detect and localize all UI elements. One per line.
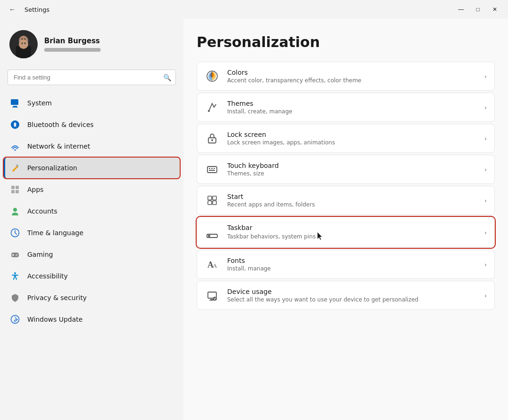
title-bar: ← Settings — □ ✕ (0, 0, 508, 19)
app-title: Settings (24, 6, 49, 13)
back-icon: ← (9, 6, 16, 13)
start-icon (205, 193, 220, 208)
sidebar-item-label: Time & language (27, 229, 83, 237)
sidebar-item-label: Windows Update (27, 316, 83, 323)
touchkeyboard-chevron: › (484, 166, 487, 173)
sidebar-item-label: Privacy & security (27, 294, 87, 301)
search-input[interactable] (8, 70, 176, 85)
themes-icon (205, 100, 220, 115)
themes-text: Themes Install, create, manage (227, 100, 477, 115)
sidebar-item-bluetooth[interactable]: Bluetooth & devices (4, 114, 180, 135)
title-bar-left: ← Settings (6, 3, 49, 16)
svg-rect-39 (208, 196, 212, 200)
sidebar-item-label: Personalization (27, 164, 77, 172)
accounts-icon (9, 206, 21, 217)
fonts-desc: Install, manage (227, 265, 477, 272)
svg-rect-36 (211, 168, 213, 169)
svg-rect-11 (13, 106, 17, 107)
svg-rect-35 (209, 168, 210, 169)
content-area: Personalization Colors Accent color, tra… (183, 19, 508, 420)
taskbar-chevron: › (484, 229, 487, 236)
user-section: Brian Burgess (0, 26, 183, 68)
touchkeyboard-desc: Themes, size (227, 170, 477, 177)
sidebar: Brian Burgess 🔍 System (0, 19, 183, 420)
colors-desc: Accent color, transparency effects, colo… (227, 77, 477, 84)
search-box: 🔍 (8, 70, 176, 85)
svg-point-14 (14, 149, 16, 151)
sidebar-item-label: Apps (27, 186, 44, 193)
svg-point-33 (211, 139, 213, 141)
nav-items: System Bluetooth & devices (0, 93, 183, 330)
colors-text: Colors Accent color, transparency effect… (227, 69, 477, 84)
minimize-button[interactable]: — (453, 3, 468, 16)
main-layout: Brian Burgess 🔍 System (0, 19, 508, 420)
user-name: Brian Burgess (44, 37, 101, 45)
svg-rect-37 (214, 168, 215, 169)
sidebar-item-update[interactable]: Windows Update (4, 309, 180, 330)
taskbar-text: Taskbar Taskbar behaviors, system pins (227, 224, 477, 241)
settings-item-fonts[interactable]: A A Fonts Install, manage › (197, 250, 495, 279)
sidebar-item-personalization[interactable]: Personalization (4, 158, 180, 178)
settings-item-taskbar[interactable]: Taskbar Taskbar behaviors, system pins › (197, 217, 495, 248)
page-title: Personalization (197, 34, 495, 50)
start-chevron: › (484, 197, 487, 204)
svg-point-9 (24, 42, 26, 44)
close-button[interactable]: ✕ (487, 3, 502, 16)
sidebar-item-privacy[interactable]: Privacy & security (4, 287, 180, 308)
taskbar-desc: Taskbar behaviors, system pins (227, 232, 477, 241)
deviceusage-desc: Select all the ways you want to use your… (227, 296, 477, 303)
settings-item-colors[interactable]: Colors Accent color, transparency effect… (197, 62, 495, 91)
settings-item-lockscreen[interactable]: Lock screen Lock screen images, apps, an… (197, 124, 495, 153)
svg-point-25 (17, 254, 18, 255)
maximize-button[interactable]: □ (470, 3, 485, 16)
update-icon (9, 314, 21, 325)
time-icon (9, 227, 21, 238)
taskbar-title: Taskbar (227, 224, 477, 231)
sidebar-item-label: Gaming (27, 251, 53, 258)
svg-rect-16 (11, 186, 15, 189)
sidebar-item-network[interactable]: Network & internet (4, 136, 180, 157)
svg-point-8 (22, 42, 23, 44)
settings-item-touchkeyboard[interactable]: Touch keyboard Themes, size › (197, 155, 495, 184)
deviceusage-icon (205, 288, 220, 303)
colors-title: Colors (227, 69, 477, 76)
touchkeyboard-title: Touch keyboard (227, 162, 477, 169)
svg-rect-40 (213, 196, 216, 200)
fonts-chevron: › (484, 261, 487, 268)
accessibility-icon (9, 270, 21, 282)
start-text: Start Recent apps and items, folders (227, 193, 477, 208)
back-button[interactable]: ← (6, 3, 19, 16)
deviceusage-text: Device usage Select all the ways you wan… (227, 288, 477, 303)
sidebar-item-system[interactable]: System (4, 93, 180, 113)
settings-list: Colors Accent color, transparency effect… (197, 62, 495, 310)
settings-item-themes[interactable]: Themes Install, create, manage › (197, 93, 495, 122)
sidebar-item-accounts[interactable]: Accounts (4, 201, 180, 222)
bluetooth-icon (9, 119, 21, 130)
svg-rect-17 (16, 186, 19, 189)
start-desc: Recent apps and items, folders (227, 201, 477, 208)
svg-point-15 (16, 165, 18, 166)
svg-rect-10 (11, 99, 18, 105)
settings-item-deviceusage[interactable]: Device usage Select all the ways you wan… (197, 281, 495, 310)
fonts-text: Fonts Install, manage (227, 257, 477, 272)
sidebar-item-apps[interactable]: Apps (4, 179, 180, 200)
svg-rect-12 (12, 107, 18, 108)
colors-icon (205, 69, 220, 84)
start-title: Start (227, 193, 477, 200)
search-icon: 🔍 (163, 74, 171, 81)
themes-chevron: › (484, 104, 487, 111)
colors-chevron: › (484, 73, 487, 80)
gaming-icon (9, 249, 21, 260)
sidebar-item-accessibility[interactable]: Accessibility (4, 266, 180, 286)
svg-rect-42 (213, 201, 216, 205)
settings-item-start[interactable]: Start Recent apps and items, folders › (197, 186, 495, 215)
svg-rect-34 (207, 166, 217, 173)
svg-point-5 (24, 39, 26, 40)
svg-rect-18 (11, 190, 15, 193)
fonts-title: Fonts (227, 257, 477, 264)
sidebar-item-gaming[interactable]: Gaming (4, 244, 180, 265)
sidebar-item-time[interactable]: Time & language (4, 222, 180, 243)
svg-rect-24 (12, 255, 14, 256)
svg-point-13 (11, 120, 19, 129)
touchkeyboard-text: Touch keyboard Themes, size (227, 162, 477, 177)
